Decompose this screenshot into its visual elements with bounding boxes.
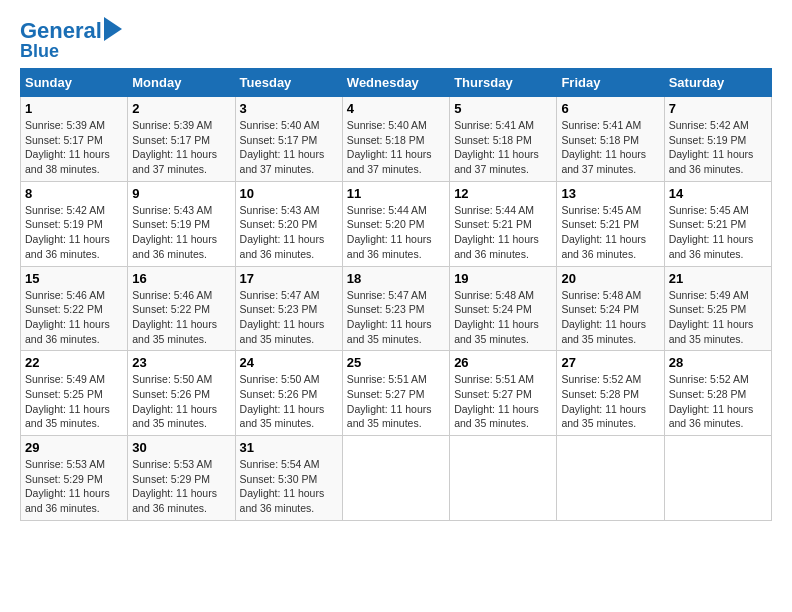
day-info: Sunrise: 5:49 AM Sunset: 5:25 PM Dayligh…: [669, 288, 767, 347]
day-number: 5: [454, 101, 552, 116]
day-number: 1: [25, 101, 123, 116]
calendar-cell: 28 Sunrise: 5:52 AM Sunset: 5:28 PM Dayl…: [664, 351, 771, 436]
day-number: 8: [25, 186, 123, 201]
day-info: Sunrise: 5:48 AM Sunset: 5:24 PM Dayligh…: [561, 288, 659, 347]
day-number: 30: [132, 440, 230, 455]
day-info: Sunrise: 5:45 AM Sunset: 5:21 PM Dayligh…: [669, 203, 767, 262]
calendar-cell: [557, 436, 664, 521]
day-info: Sunrise: 5:53 AM Sunset: 5:29 PM Dayligh…: [132, 457, 230, 516]
calendar-cell: 4 Sunrise: 5:40 AM Sunset: 5:18 PM Dayli…: [342, 97, 449, 182]
day-number: 29: [25, 440, 123, 455]
day-number: 25: [347, 355, 445, 370]
calendar-cell: 17 Sunrise: 5:47 AM Sunset: 5:23 PM Dayl…: [235, 266, 342, 351]
day-info: Sunrise: 5:47 AM Sunset: 5:23 PM Dayligh…: [347, 288, 445, 347]
day-header-sunday: Sunday: [21, 69, 128, 97]
calendar-cell: 2 Sunrise: 5:39 AM Sunset: 5:17 PM Dayli…: [128, 97, 235, 182]
day-info: Sunrise: 5:43 AM Sunset: 5:20 PM Dayligh…: [240, 203, 338, 262]
day-info: Sunrise: 5:51 AM Sunset: 5:27 PM Dayligh…: [454, 372, 552, 431]
calendar-cell: 24 Sunrise: 5:50 AM Sunset: 5:26 PM Dayl…: [235, 351, 342, 436]
day-number: 19: [454, 271, 552, 286]
day-info: Sunrise: 5:41 AM Sunset: 5:18 PM Dayligh…: [561, 118, 659, 177]
day-info: Sunrise: 5:40 AM Sunset: 5:17 PM Dayligh…: [240, 118, 338, 177]
day-number: 24: [240, 355, 338, 370]
day-info: Sunrise: 5:48 AM Sunset: 5:24 PM Dayligh…: [454, 288, 552, 347]
calendar-cell: 16 Sunrise: 5:46 AM Sunset: 5:22 PM Dayl…: [128, 266, 235, 351]
calendar-cell: 8 Sunrise: 5:42 AM Sunset: 5:19 PM Dayli…: [21, 181, 128, 266]
logo-subtext: Blue: [20, 42, 59, 60]
calendar-cell: 9 Sunrise: 5:43 AM Sunset: 5:19 PM Dayli…: [128, 181, 235, 266]
calendar-cell: 3 Sunrise: 5:40 AM Sunset: 5:17 PM Dayli…: [235, 97, 342, 182]
logo-text: General: [20, 20, 102, 42]
calendar-cell: 30 Sunrise: 5:53 AM Sunset: 5:29 PM Dayl…: [128, 436, 235, 521]
day-number: 7: [669, 101, 767, 116]
day-number: 17: [240, 271, 338, 286]
calendar-cell: 23 Sunrise: 5:50 AM Sunset: 5:26 PM Dayl…: [128, 351, 235, 436]
day-number: 15: [25, 271, 123, 286]
calendar-cell: 31 Sunrise: 5:54 AM Sunset: 5:30 PM Dayl…: [235, 436, 342, 521]
calendar-cell: 7 Sunrise: 5:42 AM Sunset: 5:19 PM Dayli…: [664, 97, 771, 182]
calendar-cell: 26 Sunrise: 5:51 AM Sunset: 5:27 PM Dayl…: [450, 351, 557, 436]
page-header: General Blue: [20, 20, 772, 60]
day-info: Sunrise: 5:51 AM Sunset: 5:27 PM Dayligh…: [347, 372, 445, 431]
day-number: 13: [561, 186, 659, 201]
calendar-cell: 27 Sunrise: 5:52 AM Sunset: 5:28 PM Dayl…: [557, 351, 664, 436]
day-info: Sunrise: 5:41 AM Sunset: 5:18 PM Dayligh…: [454, 118, 552, 177]
calendar-table: SundayMondayTuesdayWednesdayThursdayFrid…: [20, 68, 772, 521]
calendar-cell: 12 Sunrise: 5:44 AM Sunset: 5:21 PM Dayl…: [450, 181, 557, 266]
calendar-cell: 19 Sunrise: 5:48 AM Sunset: 5:24 PM Dayl…: [450, 266, 557, 351]
day-info: Sunrise: 5:50 AM Sunset: 5:26 PM Dayligh…: [240, 372, 338, 431]
calendar-cell: 18 Sunrise: 5:47 AM Sunset: 5:23 PM Dayl…: [342, 266, 449, 351]
day-number: 31: [240, 440, 338, 455]
day-header-saturday: Saturday: [664, 69, 771, 97]
day-info: Sunrise: 5:44 AM Sunset: 5:20 PM Dayligh…: [347, 203, 445, 262]
calendar-cell: 5 Sunrise: 5:41 AM Sunset: 5:18 PM Dayli…: [450, 97, 557, 182]
day-header-friday: Friday: [557, 69, 664, 97]
calendar-cell: 25 Sunrise: 5:51 AM Sunset: 5:27 PM Dayl…: [342, 351, 449, 436]
day-number: 18: [347, 271, 445, 286]
day-header-tuesday: Tuesday: [235, 69, 342, 97]
calendar-cell: 21 Sunrise: 5:49 AM Sunset: 5:25 PM Dayl…: [664, 266, 771, 351]
calendar-cell: 22 Sunrise: 5:49 AM Sunset: 5:25 PM Dayl…: [21, 351, 128, 436]
calendar-cell: [664, 436, 771, 521]
calendar-cell: 29 Sunrise: 5:53 AM Sunset: 5:29 PM Dayl…: [21, 436, 128, 521]
day-number: 4: [347, 101, 445, 116]
day-info: Sunrise: 5:50 AM Sunset: 5:26 PM Dayligh…: [132, 372, 230, 431]
calendar-cell: 1 Sunrise: 5:39 AM Sunset: 5:17 PM Dayli…: [21, 97, 128, 182]
day-info: Sunrise: 5:52 AM Sunset: 5:28 PM Dayligh…: [669, 372, 767, 431]
day-info: Sunrise: 5:46 AM Sunset: 5:22 PM Dayligh…: [25, 288, 123, 347]
calendar-cell: [342, 436, 449, 521]
calendar-cell: 6 Sunrise: 5:41 AM Sunset: 5:18 PM Dayli…: [557, 97, 664, 182]
day-info: Sunrise: 5:53 AM Sunset: 5:29 PM Dayligh…: [25, 457, 123, 516]
day-number: 10: [240, 186, 338, 201]
day-info: Sunrise: 5:44 AM Sunset: 5:21 PM Dayligh…: [454, 203, 552, 262]
day-info: Sunrise: 5:39 AM Sunset: 5:17 PM Dayligh…: [25, 118, 123, 177]
day-info: Sunrise: 5:42 AM Sunset: 5:19 PM Dayligh…: [669, 118, 767, 177]
calendar-cell: [450, 436, 557, 521]
day-info: Sunrise: 5:46 AM Sunset: 5:22 PM Dayligh…: [132, 288, 230, 347]
day-header-thursday: Thursday: [450, 69, 557, 97]
day-number: 27: [561, 355, 659, 370]
calendar-cell: 15 Sunrise: 5:46 AM Sunset: 5:22 PM Dayl…: [21, 266, 128, 351]
day-number: 11: [347, 186, 445, 201]
day-number: 21: [669, 271, 767, 286]
day-number: 23: [132, 355, 230, 370]
day-number: 14: [669, 186, 767, 201]
day-info: Sunrise: 5:52 AM Sunset: 5:28 PM Dayligh…: [561, 372, 659, 431]
day-info: Sunrise: 5:47 AM Sunset: 5:23 PM Dayligh…: [240, 288, 338, 347]
day-info: Sunrise: 5:40 AM Sunset: 5:18 PM Dayligh…: [347, 118, 445, 177]
calendar-cell: 20 Sunrise: 5:48 AM Sunset: 5:24 PM Dayl…: [557, 266, 664, 351]
logo-arrow-icon: [104, 17, 122, 41]
day-info: Sunrise: 5:39 AM Sunset: 5:17 PM Dayligh…: [132, 118, 230, 177]
calendar-cell: 14 Sunrise: 5:45 AM Sunset: 5:21 PM Dayl…: [664, 181, 771, 266]
day-info: Sunrise: 5:54 AM Sunset: 5:30 PM Dayligh…: [240, 457, 338, 516]
day-number: 2: [132, 101, 230, 116]
day-number: 6: [561, 101, 659, 116]
day-number: 9: [132, 186, 230, 201]
day-info: Sunrise: 5:49 AM Sunset: 5:25 PM Dayligh…: [25, 372, 123, 431]
calendar-cell: 11 Sunrise: 5:44 AM Sunset: 5:20 PM Dayl…: [342, 181, 449, 266]
day-header-wednesday: Wednesday: [342, 69, 449, 97]
day-number: 26: [454, 355, 552, 370]
calendar-cell: 13 Sunrise: 5:45 AM Sunset: 5:21 PM Dayl…: [557, 181, 664, 266]
day-number: 20: [561, 271, 659, 286]
day-number: 28: [669, 355, 767, 370]
